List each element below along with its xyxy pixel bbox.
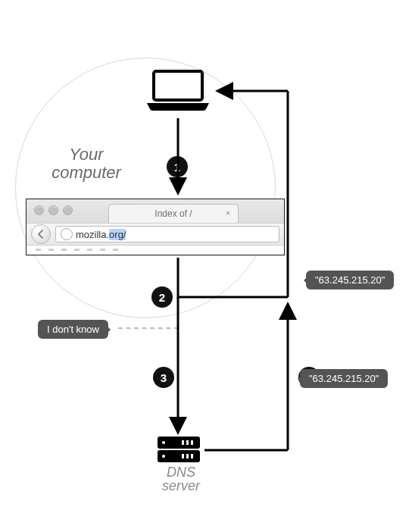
window-zoom-icon[interactable]: [63, 205, 73, 215]
browser-tab[interactable]: Index of / ×: [108, 204, 239, 223]
site-identity-icon: [61, 228, 73, 240]
browser-titlebar: Index of / ×: [27, 199, 284, 223]
svg-rect-8: [191, 440, 193, 445]
your-computer-text: Your computer: [52, 145, 121, 182]
browser-window: Index of / × mozilla.org/: [26, 199, 285, 255]
svg-rect-7: [186, 440, 189, 445]
back-button[interactable]: [31, 224, 51, 244]
window-minimize-icon[interactable]: [48, 205, 58, 215]
dns-server-icon: [156, 435, 201, 465]
your-computer-label: Your computer: [41, 146, 132, 182]
unknown-bubble: I don't know: [38, 320, 108, 339]
svg-point-3: [162, 441, 165, 444]
tab-title: Index of /: [154, 208, 192, 219]
address-bar[interactable]: mozilla.org/: [55, 226, 279, 243]
dashed-connector: [118, 327, 179, 329]
ip-bubble-top: "63.245.215.20": [306, 271, 394, 289]
dns-server-label: DNS server: [147, 465, 215, 493]
step-3-badge: 3: [153, 367, 174, 388]
step-1-badge: 1: [167, 156, 188, 177]
svg-rect-10: [186, 454, 189, 458]
window-controls: [34, 205, 73, 215]
url-plain: mozilla.: [76, 229, 109, 240]
step-2-badge: 2: [151, 286, 173, 308]
url-text: mozilla.org/: [76, 229, 126, 240]
browser-toolbar: mozilla.org/: [27, 223, 284, 246]
url-selected: org/: [109, 229, 126, 240]
svg-point-4: [162, 455, 165, 458]
svg-rect-6: [182, 440, 184, 445]
ip-bubble-bottom: "63.245.215.20": [300, 369, 388, 388]
svg-rect-9: [182, 454, 184, 458]
window-close-icon[interactable]: [34, 205, 44, 215]
tab-close-icon[interactable]: ×: [223, 208, 233, 218]
svg-rect-11: [191, 454, 193, 458]
svg-rect-0: [154, 71, 202, 100]
laptop-icon: [144, 70, 212, 111]
browser-content: [27, 246, 284, 255]
